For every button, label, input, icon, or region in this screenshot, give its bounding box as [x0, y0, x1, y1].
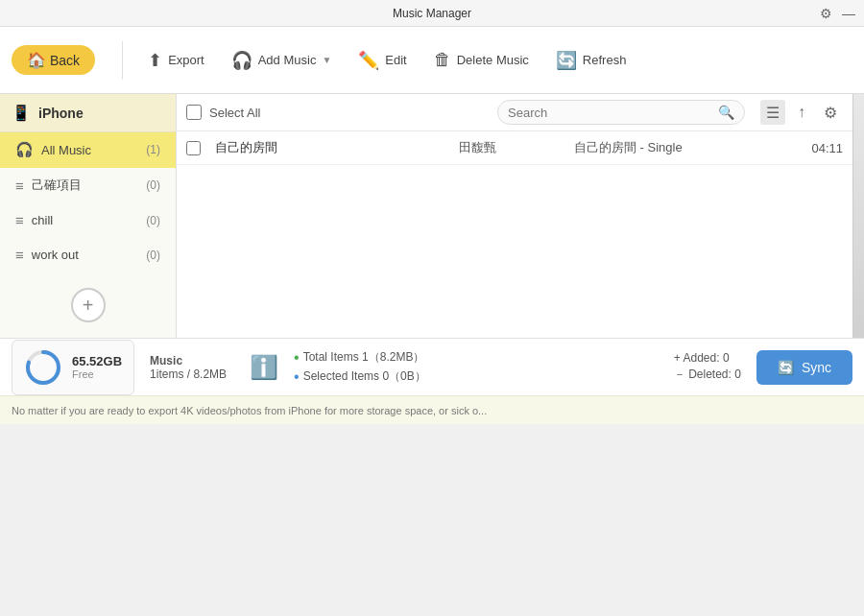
sidebar-item-label: chill — [32, 213, 139, 227]
sync-icon: 🔄 — [778, 360, 794, 375]
content-area: 📱 iPhone 🎧 All Music (1) ≡ 己確項目 (0) ≡ ch… — [0, 94, 864, 338]
total-dot: • — [294, 349, 300, 367]
selected-items-label: Selected Items 0（0B） — [303, 368, 426, 385]
export-icon: ⬆ — [148, 50, 162, 71]
total-items-label: Total Items 1（8.2MB） — [303, 349, 425, 366]
add-music-button[interactable]: 🎧 Add Music ▼ — [218, 44, 346, 77]
minimize-button[interactable]: — — [841, 6, 856, 21]
added-info: + Added: 0 － Deleted: 0 — [674, 351, 741, 383]
sort-button[interactable]: ↑ — [789, 100, 814, 125]
sync-label: Sync — [802, 360, 831, 375]
back-button[interactable]: 🏠 Back — [12, 45, 95, 75]
headphones-icon: 🎧 — [15, 141, 34, 158]
edit-label: Edit — [385, 53, 406, 67]
sidebar-item-count: (0) — [146, 178, 160, 192]
view-controls: ☰ ↑ ⚙ — [760, 100, 843, 125]
content-toolbar: Select All 🔍 ☰ ↑ ⚙ — [177, 94, 852, 131]
device-name: iPhone — [38, 106, 84, 121]
song-list: 自己的房間 田馥甄 自己的房間 - Single 04:11 — [177, 131, 852, 338]
sidebar-item-count: (0) — [146, 214, 160, 227]
export-label: Export — [168, 53, 204, 67]
storage-gb: 65.52GB — [72, 354, 122, 368]
sync-button[interactable]: 🔄 Sync — [756, 350, 852, 385]
settings-view-button[interactable]: ⚙ — [818, 100, 843, 125]
status-details: • Total Items 1（8.2MB） • Selected Items … — [294, 349, 426, 386]
playlist-icon-1: ≡ — [15, 178, 24, 194]
song-artist: 田馥甄 — [459, 139, 574, 156]
storage-circle-chart — [24, 348, 62, 387]
title-bar-controls: ⚙ — — [818, 6, 856, 21]
back-label: Back — [50, 53, 80, 68]
sidebar-item-playlist-1[interactable]: ≡ 己確項目 (0) — [0, 168, 176, 203]
storage-text: 65.52GB Free — [72, 354, 122, 380]
add-playlist-button[interactable]: + — [71, 288, 106, 322]
search-icon: 🔍 — [718, 105, 734, 120]
sidebar-item-all-music[interactable]: 🎧 All Music (1) — [0, 132, 176, 168]
add-music-chevron: ▼ — [322, 55, 331, 65]
status-detail-icon: ℹ️ — [250, 354, 278, 381]
select-all-checkbox[interactable] — [186, 105, 202, 120]
settings-icon[interactable]: ⚙ — [818, 6, 833, 21]
sidebar-item-playlist-2[interactable]: ≡ chill (0) — [0, 203, 176, 238]
search-input[interactable] — [508, 106, 712, 120]
playlist-icon-3: ≡ — [15, 247, 24, 263]
song-duration: 04:11 — [766, 141, 843, 155]
add-music-label: Add Music — [258, 53, 317, 67]
title-bar: Music Manager ⚙ — — [0, 0, 864, 27]
playlist-icon-2: ≡ — [15, 212, 24, 228]
total-items: • Total Items 1（8.2MB） — [294, 349, 426, 367]
main-area: 📱 iPhone 🎧 All Music (1) ≡ 己確項目 (0) ≡ ch… — [0, 94, 864, 424]
bottom-message: No matter if you are ready to export 4K … — [12, 405, 487, 416]
edit-button[interactable]: ✏️ Edit — [345, 44, 420, 77]
sidebar-item-count: (1) — [146, 143, 160, 156]
selected-dot: • — [294, 368, 300, 386]
deleted-label: － Deleted: 0 — [674, 367, 741, 383]
storage-info: 65.52GB Free — [12, 340, 134, 395]
sidebar-item-count: (0) — [146, 249, 160, 262]
sidebar-item-playlist-3[interactable]: ≡ work out (0) — [0, 238, 176, 272]
status-bar: 65.52GB Free Music 1items / 8.2MB ℹ️ • T… — [0, 338, 864, 395]
toolbar: 🏠 Back ⬆ Export 🎧 Add Music ▼ ✏️ Edit 🗑 … — [0, 27, 864, 94]
refresh-button[interactable]: 🔄 Refresh — [542, 44, 640, 77]
song-title: 自己的房間 — [215, 139, 459, 156]
delete-music-label: Delete Music — [457, 53, 529, 67]
song-checkbox[interactable] — [186, 141, 201, 155]
sidebar-device-header: 📱 iPhone — [0, 94, 176, 132]
content-panel: Select All 🔍 ☰ ↑ ⚙ 自己的房間 田馥甄 自己的房間 - Sin — [177, 94, 852, 338]
export-button[interactable]: ⬆ Export — [134, 44, 218, 77]
refresh-icon: 🔄 — [556, 50, 577, 71]
right-decorative-strip — [852, 94, 864, 338]
search-box: 🔍 — [497, 100, 745, 125]
delete-icon: 🗑 — [434, 50, 451, 70]
list-view-button[interactable]: ☰ — [760, 100, 785, 125]
back-icon: 🏠 — [27, 51, 46, 69]
music-label: Music — [150, 354, 227, 367]
refresh-label: Refresh — [583, 53, 627, 67]
music-info: Music 1items / 8.2MB — [150, 354, 227, 381]
items-label: 1items / 8.2MB — [150, 367, 227, 381]
edit-icon: ✏️ — [358, 50, 379, 71]
add-music-icon: 🎧 — [231, 50, 252, 71]
selected-items: • Selected Items 0（0B） — [294, 368, 426, 386]
toolbar-separator — [122, 41, 123, 80]
plus-icon: + — [83, 295, 94, 317]
sidebar-item-label: All Music — [41, 143, 138, 157]
storage-free-label: Free — [72, 368, 122, 380]
sidebar-item-label: work out — [32, 248, 139, 262]
bottom-bar: No matter if you are ready to export 4K … — [0, 395, 864, 424]
select-all-label: Select All — [209, 106, 260, 120]
iphone-icon: 📱 — [12, 104, 31, 122]
sidebar-item-label: 己確項目 — [32, 177, 139, 194]
sidebar: 📱 iPhone 🎧 All Music (1) ≡ 己確項目 (0) ≡ ch… — [0, 94, 177, 338]
title-bar-title: Music Manager — [393, 7, 471, 20]
song-album: 自己的房間 - Single — [574, 139, 766, 156]
table-row[interactable]: 自己的房間 田馥甄 自己的房間 - Single 04:11 — [177, 131, 852, 165]
delete-music-button[interactable]: 🗑 Delete Music — [420, 44, 542, 76]
added-label: + Added: 0 — [674, 351, 741, 365]
